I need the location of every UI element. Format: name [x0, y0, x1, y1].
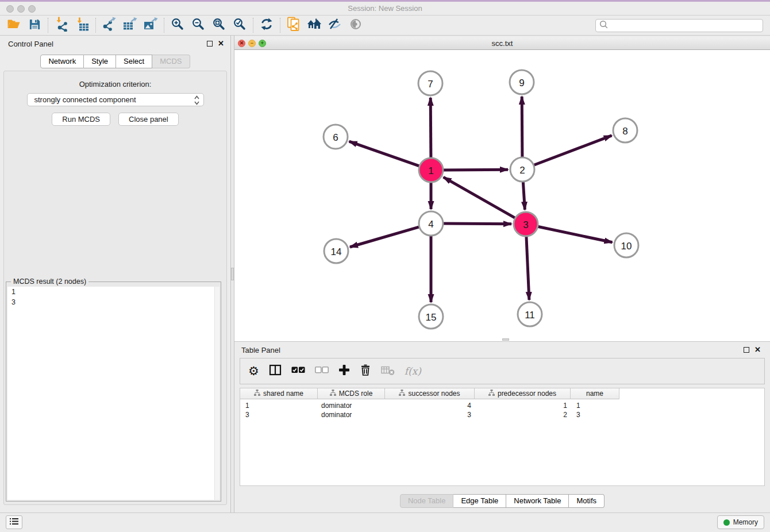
criterion-dropdown[interactable]: strongly connected component	[27, 93, 204, 106]
table-settings-button[interactable]: ⚙	[248, 365, 259, 377]
table-cell[interactable]: 1	[475, 402, 571, 410]
close-panel-icon[interactable]: ✕	[218, 41, 224, 47]
graph-node-label: 6	[333, 132, 338, 143]
column-header-name[interactable]: name	[571, 388, 619, 399]
refresh-view-button[interactable]	[256, 17, 277, 34]
graph-edge-3-1[interactable]	[444, 177, 515, 218]
zoom-out-button[interactable]	[188, 17, 209, 34]
zoom-window-icon[interactable]	[28, 5, 36, 13]
table-cell[interactable]: 1	[240, 402, 318, 410]
table-cell[interactable]: 3	[240, 411, 318, 419]
table-cell[interactable]: 4	[385, 402, 475, 410]
hide-selected-button[interactable]	[325, 17, 345, 34]
close-network-icon[interactable]: ✕	[238, 40, 245, 47]
toolbar-separator	[48, 18, 48, 33]
show-columns-button[interactable]	[269, 364, 282, 378]
zoom-in-button[interactable]	[167, 17, 188, 34]
float-table-panel-icon[interactable]	[744, 347, 749, 353]
add-row-button[interactable]	[338, 364, 350, 378]
network-canvas[interactable]: 7968124314101511	[234, 50, 770, 341]
tab-network-table[interactable]: Network Table	[506, 494, 569, 508]
column-header-predecessor-nodes[interactable]: predecessor nodes	[475, 388, 571, 399]
column-header-mcds-role[interactable]: MCDS role	[318, 388, 385, 399]
table-cell[interactable]: dominator	[318, 402, 385, 410]
import-table-button[interactable]	[72, 17, 93, 34]
graph-edge-3-11[interactable]	[526, 236, 529, 300]
network-window-titlebar[interactable]: ✕ − + scc.txt	[234, 37, 770, 50]
mcds-result-text[interactable]: 13	[7, 287, 220, 500]
select-all-rows-button[interactable]	[291, 366, 305, 376]
tab-mcds[interactable]: MCDS	[152, 55, 190, 68]
run-mcds-button[interactable]: Run MCDS	[52, 113, 110, 126]
tab-style[interactable]: Style	[84, 55, 116, 68]
open-session-button[interactable]	[3, 17, 24, 34]
graph-node-label: 8	[622, 126, 627, 137]
export-image-button[interactable]	[140, 17, 161, 34]
tab-motifs[interactable]: Motifs	[569, 494, 605, 508]
sort-hierarchy-icon	[330, 390, 336, 398]
main-toolbar	[0, 16, 770, 36]
status-bar: Memory	[0, 512, 770, 531]
graph-edge-3-10[interactable]	[538, 226, 613, 242]
control-panel-header: Control Panel	[0, 36, 230, 52]
search-field[interactable]	[595, 19, 763, 32]
minimize-window-icon[interactable]	[17, 5, 25, 13]
graph-edge-4-3[interactable]	[443, 223, 511, 224]
houses-icon	[307, 18, 322, 33]
column-header-shared-name[interactable]: shared name	[240, 388, 318, 399]
close-panel-button[interactable]: Close panel	[118, 113, 179, 126]
minimize-network-icon[interactable]: −	[248, 40, 256, 47]
table-cell[interactable]: 1	[571, 402, 619, 410]
column-header-label: successor nodes	[408, 390, 460, 398]
close-table-panel-icon[interactable]: ✕	[754, 347, 761, 353]
delete-row-button[interactable]	[360, 364, 371, 379]
tab-edge-table[interactable]: Edge Table	[453, 494, 506, 508]
column-header-successor-nodes[interactable]: successor nodes	[385, 388, 475, 399]
table-cell[interactable]: 3	[571, 411, 619, 419]
task-history-button[interactable]	[6, 515, 22, 529]
zoom-selected-button[interactable]	[229, 17, 250, 34]
first-neighbors-button[interactable]	[304, 17, 325, 34]
import-network-button[interactable]	[51, 17, 72, 34]
export-table-button[interactable]	[120, 17, 140, 34]
network-window-title: scc.txt	[492, 39, 513, 48]
graph-edge-2-8[interactable]	[534, 136, 612, 165]
splitter-handle[interactable]	[231, 268, 234, 280]
table-row[interactable]: 3dominator323	[240, 410, 764, 419]
export-network-button[interactable]	[99, 17, 120, 34]
graph-edge-1-7[interactable]	[430, 98, 431, 158]
table-cell[interactable]: dominator	[318, 411, 385, 419]
close-window-icon[interactable]	[6, 5, 14, 13]
show-all-button[interactable]	[345, 17, 366, 34]
graph-edge-1-2[interactable]	[443, 169, 508, 170]
panel-splitter[interactable]	[230, 36, 234, 512]
tab-node-table[interactable]: Node Table	[400, 494, 454, 508]
control-panel-title: Control Panel	[8, 40, 53, 48]
toolbar-separator	[95, 18, 96, 33]
deselect-all-rows-button[interactable]	[315, 366, 329, 376]
zoom-selected-icon	[233, 17, 247, 33]
eye-slash-icon	[328, 17, 342, 33]
result-scrollbar[interactable]	[214, 287, 220, 500]
graph-edge-2-9[interactable]	[522, 97, 522, 157]
zoom-fit-button[interactable]	[209, 17, 229, 34]
sort-hierarchy-icon	[488, 390, 495, 398]
table-row[interactable]: 1dominator411	[240, 401, 764, 410]
save-session-button[interactable]	[24, 17, 45, 34]
tab-network[interactable]: Network	[40, 55, 84, 68]
open-folder-icon	[7, 18, 21, 32]
maximize-network-icon[interactable]: +	[259, 40, 266, 47]
float-panel-icon[interactable]	[207, 41, 213, 47]
graph-edge-4-14[interactable]	[350, 227, 419, 247]
mcds-result-line: 1	[7, 287, 220, 297]
network-window: ✕ − + scc.txt 7968124314101511	[234, 36, 770, 341]
search-input[interactable]	[611, 21, 760, 29]
clone-network-button[interactable]	[283, 17, 304, 34]
resize-grip[interactable]	[502, 338, 509, 341]
memory-button[interactable]: Memory	[717, 515, 764, 529]
graph-edge-1-6[interactable]	[349, 141, 420, 166]
tab-select[interactable]: Select	[116, 55, 152, 68]
graph-edge-2-3[interactable]	[523, 182, 525, 210]
table-cell[interactable]: 3	[385, 411, 475, 419]
table-cell[interactable]: 2	[475, 411, 571, 419]
